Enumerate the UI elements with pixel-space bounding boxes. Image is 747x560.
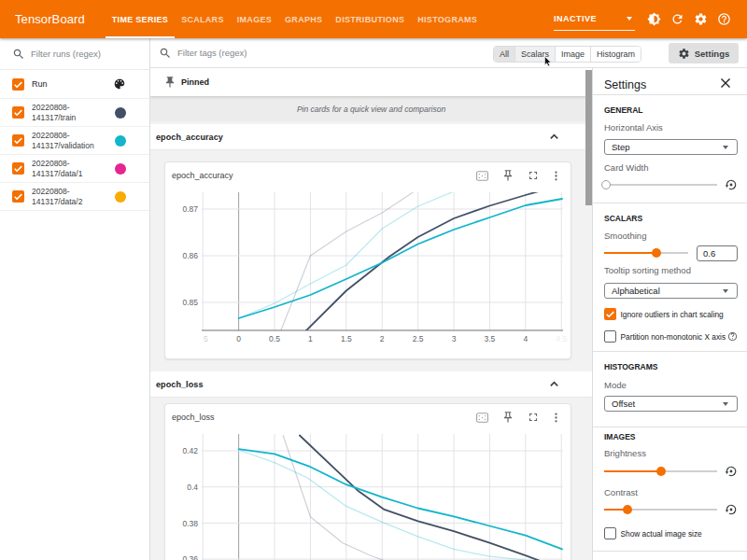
horizontal-axis-select[interactable]: Step [604,139,738,155]
run-row-train[interactable]: 20220808-141317/train [0,99,149,127]
smoothing-value-input[interactable]: 0.6 [697,245,738,261]
chevron-up-icon[interactable] [549,379,560,390]
search-icon [12,48,25,61]
settings-button[interactable]: Settings [669,43,739,63]
palette-icon[interactable] [113,77,126,91]
svg-text:0.36: 0.36 [182,554,198,560]
run-checkbox[interactable] [12,162,24,175]
more-menu-icon[interactable] [550,412,562,424]
section-title: epoch_loss [156,380,204,389]
help-icon[interactable] [727,331,738,342]
epoch-accuracy-chart[interactable]: 0.850.860.8700.511.522.533.5454.5 [165,189,571,358]
chevron-up-icon[interactable] [549,132,560,143]
svg-text:0: 0 [236,334,241,343]
reset-icon[interactable] [725,503,738,516]
svg-text:0.42: 0.42 [182,446,198,455]
run-color-dot[interactable] [115,163,126,175]
run-checkbox[interactable] [12,134,24,147]
run-color-dot[interactable] [115,191,126,203]
check-icon [12,106,24,119]
page-body: Run 20220808-141317/train 20220808-14131… [0,38,747,560]
brightness-slider[interactable] [604,470,717,472]
card-zone-epoch-accuracy: epoch_accuracy 0.850.860.8700.511.522.53… [150,150,592,371]
section-header-epoch-loss[interactable]: epoch_loss [150,371,592,398]
runs-filter-input[interactable] [31,49,142,59]
fullscreen-icon[interactable] [527,169,540,182]
run-name: 20220808-141317/validation [32,131,94,151]
tooltip-sorting-label: Tooltip sorting method [604,265,738,275]
slider-thumb[interactable] [656,467,666,476]
run-row-data2[interactable]: 20220808-141317/data/2 [0,183,149,211]
refresh-icon[interactable] [670,12,684,26]
images-section-label: IMAGES [604,432,738,442]
tab-images[interactable]: IMAGES [231,0,278,38]
run-checkbox[interactable] [12,190,24,203]
card-width-slider[interactable] [604,184,717,186]
histogram-mode-label: Mode [604,380,738,390]
brightness-toggle-icon[interactable] [647,12,661,26]
run-checkbox[interactable] [12,106,24,119]
smoothing-slider[interactable] [604,252,688,254]
general-section-label: GENERAL [604,105,738,116]
fit-domain-icon[interactable] [475,169,489,183]
divider [593,203,747,203]
svg-text:4: 4 [523,334,528,343]
tooltip-sorting-select[interactable]: Alphabetical [604,283,738,299]
run-row-data1[interactable]: 20220808-141317/data/1 [0,155,149,183]
gear-icon[interactable] [694,12,708,26]
slider-thumb[interactable] [601,180,611,189]
tab-graphs[interactable]: GRAPHS [278,0,329,38]
close-icon[interactable] [720,77,731,89]
tags-filter-input[interactable] [177,48,402,58]
tab-distributions[interactable]: DISTRIBUTIONS [329,0,411,38]
histogram-mode-select[interactable]: Offset [604,396,738,412]
tag-type-filter-group: All Scalars Image Histogram [493,46,641,63]
run-row-validation[interactable]: 20220808-141317/validation [0,127,149,155]
pin-outline-icon[interactable] [501,169,514,182]
tab-scalars[interactable]: SCALARS [175,0,231,38]
epoch-loss-chart[interactable]: 0.360.380.40.4200.511.522.533.54 [165,430,571,560]
tab-histograms[interactable]: HISTOGRAMS [411,0,484,38]
run-color-dot[interactable] [115,107,126,119]
slider-thumb[interactable] [623,505,632,514]
chip-image[interactable]: Image [556,47,591,62]
ignore-outliers-checkbox[interactable] [604,308,616,320]
chip-scalars[interactable]: Scalars [515,47,556,62]
divider [593,427,747,427]
pin-outline-icon[interactable] [501,411,514,424]
pin-icon [163,76,176,89]
tab-time-series[interactable]: TIME SERIES [106,0,175,38]
divider [593,351,747,352]
vertical-scrollbar[interactable] [585,70,592,205]
divider [593,94,747,95]
contrast-slider-row [604,503,738,516]
reload-status-select[interactable]: INACTIVE [554,8,635,31]
fullscreen-icon[interactable] [527,411,540,424]
fit-domain-icon[interactable] [475,411,489,425]
help-icon[interactable] [717,12,731,26]
svg-text:1.5: 1.5 [341,334,352,343]
chevron-down-icon [723,289,728,293]
run-color-dot[interactable] [115,135,126,147]
svg-text:5: 5 [204,334,208,343]
svg-text:0.4: 0.4 [187,483,198,492]
run-select-all-checkbox[interactable] [12,78,24,91]
chip-histogram[interactable]: Histogram [591,47,641,62]
contrast-slider[interactable] [604,509,717,511]
settings-panel-header: Settings [604,68,738,94]
section-title: epoch_accuracy [156,133,223,142]
section-header-epoch-accuracy[interactable]: epoch_accuracy [150,124,592,150]
more-menu-icon[interactable] [550,170,562,182]
chip-all[interactable]: All [494,47,515,62]
check-icon [12,162,24,175]
slider-fill [604,252,656,254]
main-tabs: TIME SERIES SCALARS IMAGES GRAPHS DISTRI… [106,0,484,38]
slider-thumb[interactable] [652,248,661,258]
histograms-section-label: HISTOGRAMS [604,362,738,372]
show-actual-size-checkbox[interactable] [604,527,616,539]
reset-icon[interactable] [725,465,738,478]
run-name: 20220808-141317/data/2 [32,187,82,207]
reset-icon[interactable] [725,178,738,191]
chevron-down-icon [627,17,632,21]
partition-x-axis-checkbox[interactable] [604,330,616,343]
